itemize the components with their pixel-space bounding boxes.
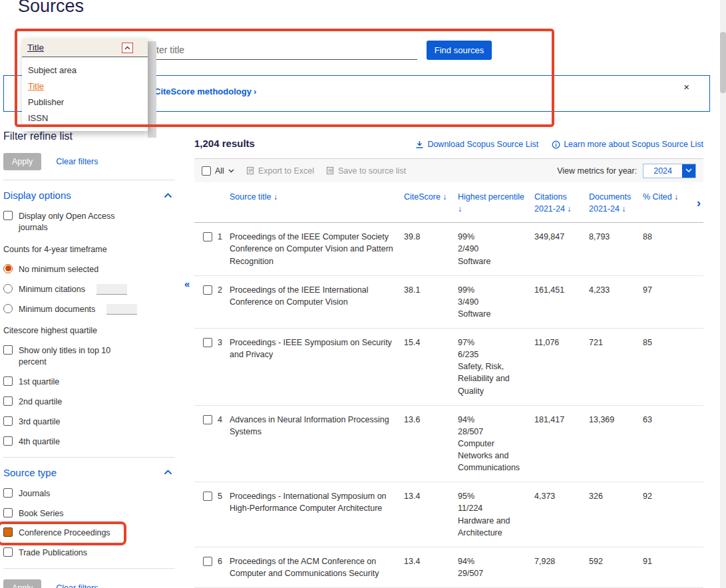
source-title-link[interactable]: Proceedings of the IEEE International Co… — [230, 284, 404, 320]
source-title-link[interactable]: Proceedings of the IEEE Computer Society… — [230, 231, 404, 267]
filter-trade-publications[interactable]: Trade Publications — [3, 547, 175, 559]
column-citations[interactable]: Citations 2021-24 ↓ — [534, 191, 589, 215]
documents-value: 8,793 — [589, 231, 643, 267]
filter-min-documents[interactable]: Minimum documents — [3, 304, 175, 315]
find-sources-button[interactable]: Find sources — [427, 41, 492, 60]
filter-q3[interactable]: 3rd quartile — [3, 416, 175, 428]
citescore-methodology-link[interactable]: CiteScore methodology› — [154, 86, 256, 96]
select-all-checkbox[interactable] — [202, 166, 211, 176]
filter-open-access[interactable]: Display only Open Access journals — [3, 211, 175, 233]
q4-checkbox[interactable] — [3, 436, 13, 446]
filter-no-minimum[interactable]: No minimum selected — [3, 264, 175, 275]
scroll-columns-right-icon[interactable]: › — [697, 196, 703, 210]
filter-q1[interactable]: 1st quartile — [3, 376, 175, 388]
row-checkbox[interactable] — [203, 492, 212, 501]
row-number: 3 — [218, 337, 222, 349]
source-title-link[interactable]: Proceedings of the ACM Conference on Com… — [230, 555, 404, 579]
filters-sidebar: Filter refine list Apply Clear filters D… — [3, 130, 175, 588]
row-number: 1 — [218, 231, 222, 243]
citescore-value: 38.1 — [404, 284, 458, 320]
min-documents-label: Minimum documents — [19, 304, 95, 315]
book-series-label: Book Series — [19, 508, 63, 519]
min-documents-radio[interactable] — [3, 304, 13, 313]
title-search-input[interactable] — [142, 40, 417, 60]
download-source-list-link[interactable]: Download Scopus Source List — [415, 140, 538, 149]
min-citations-radio[interactable] — [3, 284, 13, 293]
citations-value: 181,417 — [534, 414, 589, 474]
citations-value: 349,847 — [534, 231, 589, 267]
row-checkbox[interactable] — [203, 285, 212, 295]
citescore-value: 39.8 — [404, 231, 458, 267]
source-title-link[interactable]: Proceedings - IEEE Symposium on Security… — [230, 337, 404, 397]
column-percent-cited[interactable]: % Cited ↓ — [643, 191, 685, 215]
filter-conference-proceedings[interactable]: Conference Proceedings — [3, 527, 175, 539]
row-checkbox[interactable] — [203, 415, 212, 424]
chevron-up-icon[interactable] — [122, 43, 133, 53]
row-checkbox[interactable] — [203, 338, 212, 347]
column-source-title[interactable]: Source title ↓ — [230, 191, 404, 215]
citations-value: 161,451 — [534, 284, 589, 320]
metrics-year-select[interactable]: 2024 — [643, 164, 696, 178]
book-series-checkbox[interactable] — [3, 508, 13, 517]
dropdown-scrollbar[interactable] — [148, 41, 156, 138]
documents-value: 4,233 — [589, 284, 643, 320]
q2-checkbox[interactable] — [3, 396, 13, 406]
conference-proceedings-checkbox[interactable] — [3, 527, 13, 537]
min-documents-input[interactable] — [106, 304, 137, 315]
column-documents[interactable]: Documents 2021-24 ↓ — [589, 191, 643, 215]
journals-checkbox[interactable] — [3, 488, 13, 498]
search-field-select[interactable]: Title — [22, 39, 148, 57]
section-display-options[interactable]: Display options — [3, 190, 172, 201]
no-minimum-radio[interactable] — [3, 264, 13, 273]
dropdown-option-title[interactable]: Title — [22, 78, 148, 94]
trade-publications-checkbox[interactable] — [3, 547, 13, 557]
apply-filters-button[interactable]: Apply — [3, 579, 41, 588]
learn-more-link[interactable]: Learn more about Scopus Source List — [552, 140, 703, 149]
banner-close-icon[interactable]: × — [683, 81, 689, 92]
page-scrollbar-thumb[interactable] — [720, 32, 726, 93]
column-highest-percentile[interactable]: Highest percentile ↓ — [458, 191, 534, 215]
results-header: 1,204 results Download Scopus Source Lis… — [194, 138, 703, 149]
section-source-type[interactable]: Source type — [3, 467, 172, 478]
open-access-checkbox[interactable] — [3, 211, 13, 220]
export-icon — [246, 166, 254, 175]
filter-book-series[interactable]: Book Series — [3, 508, 175, 519]
export-to-excel-button[interactable]: Export to Excel — [246, 166, 314, 176]
row-number: 6 — [218, 555, 222, 567]
results-toolbar: All Export to Excel Save to source list … — [194, 158, 703, 182]
clear-filters-link[interactable]: Clear filters — [56, 583, 98, 588]
filter-actions-top: Apply Clear filters — [3, 153, 175, 170]
apply-filters-button[interactable]: Apply — [3, 153, 41, 170]
source-title-link[interactable]: Advances in Neural Information Processin… — [230, 414, 404, 474]
filter-journals[interactable]: Journals — [3, 488, 175, 500]
collapse-sidebar-icon[interactable]: « — [184, 278, 190, 289]
filter-top10[interactable]: Show only titles in top 10 percent — [3, 345, 175, 368]
top10-checkbox[interactable] — [3, 345, 13, 355]
row-checkbox[interactable] — [203, 232, 212, 241]
filter-min-citations[interactable]: Minimum citations — [3, 284, 175, 295]
select-all-control[interactable]: All — [202, 166, 234, 176]
filter-q2[interactable]: 2nd quartile — [3, 396, 175, 408]
min-citations-input[interactable] — [96, 284, 127, 295]
source-title-link[interactable]: Proceedings - International Symposium on… — [230, 490, 404, 539]
row-checkbox[interactable] — [203, 557, 212, 566]
filter-q4[interactable]: 4th quartile — [3, 436, 175, 448]
chevron-up-icon[interactable] — [164, 470, 172, 475]
q2-label: 2nd quartile — [19, 396, 62, 408]
q3-checkbox[interactable] — [3, 416, 13, 426]
save-to-source-list-button[interactable]: Save to source list — [326, 166, 406, 176]
dropdown-option-publisher[interactable]: Publisher — [22, 94, 148, 110]
chevron-up-icon[interactable] — [164, 193, 172, 198]
open-access-label: Display only Open Access journals — [19, 211, 133, 233]
chevron-down-icon[interactable] — [228, 169, 234, 173]
q3-label: 3rd quartile — [19, 416, 61, 428]
chevron-down-icon[interactable] — [682, 164, 695, 178]
learn-more-label: Learn more about Scopus Source List — [564, 140, 703, 149]
clear-filters-link[interactable]: Clear filters — [56, 157, 98, 166]
dropdown-option-subject-area[interactable]: Subject area — [22, 63, 148, 78]
column-citescore[interactable]: CiteScore ↓ — [404, 191, 458, 215]
page-scrollbar[interactable] — [720, 0, 726, 588]
q1-checkbox[interactable] — [3, 376, 13, 386]
citescore-value: 13.4 — [404, 490, 458, 539]
dropdown-option-issn[interactable]: ISSN — [22, 110, 148, 126]
